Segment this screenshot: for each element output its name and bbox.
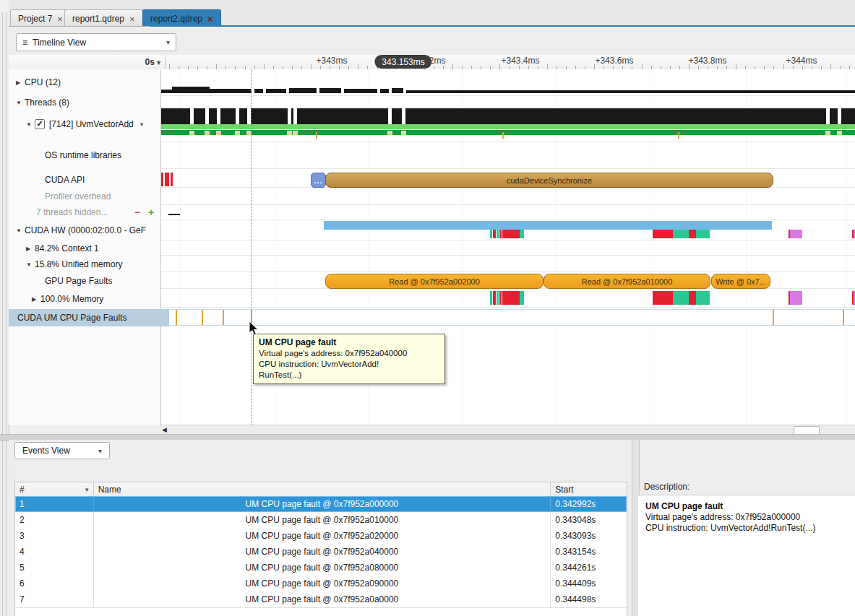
sidebar-item-7142-uvmvectoradd[interactable]: ▼✓[7142] UvmVectorAdd▾ xyxy=(9,117,178,131)
table-row[interactable]: 2UM CPU page fault @ 0x7f952a0100000.343… xyxy=(15,512,627,529)
sidebar-item-100-0-memory[interactable]: ▶100.0% Memory xyxy=(9,292,184,306)
chevron-expanded-icon[interactable]: ▼ xyxy=(16,100,25,106)
view-selector-dropdown[interactable]: ≡ Timeline View ▾ xyxy=(16,33,176,51)
mem-transfer-segment[interactable] xyxy=(790,291,802,305)
chevron-down-icon[interactable]: ▾ xyxy=(140,121,144,128)
mem-transfer-segment[interactable] xyxy=(673,291,689,305)
close-icon[interactable]: × xyxy=(207,14,213,24)
chevron-collapsed-icon[interactable]: ▶ xyxy=(32,296,40,303)
um-page-fault-tick[interactable] xyxy=(202,310,203,325)
um-page-fault-tick[interactable] xyxy=(773,310,774,325)
sidebar-item-os-runtime-libraries[interactable]: OS runtime libraries xyxy=(9,148,197,162)
sidebar-item-gpu-page-faults[interactable]: GPU Page Faults xyxy=(9,274,197,288)
mem-transfer-segment[interactable] xyxy=(493,291,496,305)
cuda-api-collapsed-chip[interactable]: ... xyxy=(311,173,326,188)
sidebar-item-15-8-unified-memory[interactable]: ▼15.8% Unified memory xyxy=(9,257,178,272)
events-view-dropdown[interactable]: Events View ▾ xyxy=(14,442,110,459)
sidebar-item-cuda-api[interactable]: CUDA API xyxy=(9,173,197,187)
timeline-hscrollbar[interactable]: ◀ xyxy=(160,425,855,435)
thread-state-bar[interactable] xyxy=(160,108,855,124)
tab-report1[interactable]: report1.qdrep × xyxy=(64,9,143,27)
cell-name: UM CPU page fault @ 0x7f952a040000 xyxy=(94,544,551,560)
close-icon[interactable]: × xyxy=(57,14,63,24)
thread-wait-mark xyxy=(287,131,292,135)
sidebar-item-cuda-um-cpu-page-faults[interactable]: CUDA UM CPU Page Faults xyxy=(9,309,169,326)
chevron-expanded-icon[interactable]: ▼ xyxy=(26,121,35,128)
mem-transfer-segment[interactable] xyxy=(520,230,524,238)
mem-transfer-segment[interactable] xyxy=(653,291,673,305)
timeline-ruler[interactable]: 0s ▾ +343ms+343.2ms+343.4ms+343.6ms+343.… xyxy=(9,55,855,70)
mem-transfer-segment[interactable] xyxy=(696,291,710,305)
cuda-hw-kernel-range[interactable] xyxy=(324,221,772,230)
mem-transfer-segment[interactable] xyxy=(502,230,520,238)
sidebar-item-label: [7142] UvmVectorAdd xyxy=(49,119,134,129)
sidebar-item-label: GPU Page Faults xyxy=(45,276,112,286)
cpu-usage-area xyxy=(344,89,377,93)
mem-transfer-segment[interactable] xyxy=(499,291,502,305)
sidebar-item-threads-8[interactable]: ▼Threads (8) xyxy=(9,95,168,110)
table-row[interactable]: 6UM CPU page fault @ 0x7f952a0900000.344… xyxy=(15,576,627,592)
mem-transfer-segment[interactable] xyxy=(696,230,710,238)
row-expand-icon[interactable]: + xyxy=(148,207,154,218)
cell-start: 0.343048s xyxy=(551,512,627,528)
thread-state-gap xyxy=(205,108,209,124)
column-header-start[interactable]: Start xyxy=(551,482,627,496)
mem-transfer-segment[interactable] xyxy=(490,291,492,305)
sidebar-item-profiler-overhead[interactable]: Profiler overhead xyxy=(9,189,197,204)
cpu-usage-area xyxy=(406,90,855,93)
mem-transfer-segment[interactable] xyxy=(490,230,492,238)
mem-transfer-segment[interactable] xyxy=(497,230,499,238)
table-row[interactable]: 5UM CPU page fault @ 0x7f952a0800000.344… xyxy=(15,560,627,576)
mem-transfer-segment[interactable] xyxy=(790,230,802,238)
ruler-origin-label: 0s xyxy=(145,57,155,67)
gpu-page-fault-range[interactable]: Read @ 0x7f952a010000 xyxy=(543,274,710,289)
tooltip-line: RunTest(...) xyxy=(259,370,301,379)
table-row[interactable]: 7UM CPU page fault @ 0x7f952a0a00000.344… xyxy=(15,591,627,608)
mem-transfer-segment[interactable] xyxy=(689,291,696,305)
chevron-collapsed-icon[interactable]: ▶ xyxy=(26,246,35,252)
chevron-expanded-icon[interactable]: ▼ xyxy=(26,261,35,268)
description-title: UM CPU page fault xyxy=(645,501,723,511)
gpu-page-fault-range[interactable]: Read @ 0x7f952a002000 xyxy=(325,274,543,289)
checkbox-checked[interactable]: ✓ xyxy=(35,119,45,129)
um-page-fault-tick[interactable] xyxy=(843,310,844,325)
cell-start: 0.344409s xyxy=(551,576,627,591)
mem-transfer-segment[interactable] xyxy=(520,291,524,305)
cpu-usage-area xyxy=(380,89,389,93)
column-header-name[interactable]: Name xyxy=(94,482,551,496)
gpu-page-fault-range[interactable]: Write @ 0x7... xyxy=(711,274,770,289)
um-page-fault-tick[interactable] xyxy=(223,310,224,325)
description-line: CPU instruction: UvmVectorAdd!RunTest(..… xyxy=(645,523,815,533)
cpu-usage-area xyxy=(289,88,317,93)
os-runtime-tick xyxy=(678,132,679,139)
ruler-origin-dropdown[interactable]: 0s ▾ xyxy=(9,55,166,69)
sidebar-item-7-threads-hidden[interactable]: 7 threads hidden...−+ xyxy=(9,205,188,220)
table-row[interactable]: 1UM CPU page fault @ 0x7f952a0000000.342… xyxy=(15,496,627,513)
sidebar-item-label: Threads (8) xyxy=(25,97,69,108)
close-icon[interactable]: × xyxy=(129,14,135,24)
cuda-api-range[interactable]: cudaDeviceSynchronize xyxy=(325,173,773,188)
row-shrink-icon[interactable]: − xyxy=(134,207,140,218)
minor-tick xyxy=(736,64,736,69)
um-page-fault-tick[interactable] xyxy=(176,310,177,325)
table-row[interactable]: 3UM CPU page fault @ 0x7f952a0200000.343… xyxy=(15,528,627,545)
mem-transfer-segment[interactable] xyxy=(497,291,499,305)
chevron-expanded-icon[interactable]: ▼ xyxy=(16,227,25,234)
sidebar-item-cuda-hw-0000-02-00-0-gef[interactable]: ▼CUDA HW (0000:02:00.0 - GeF xyxy=(9,223,168,238)
row-separator xyxy=(160,271,855,272)
row-separator xyxy=(160,204,855,205)
mem-transfer-segment[interactable] xyxy=(499,230,502,238)
chevron-collapsed-icon[interactable]: ▶ xyxy=(16,79,25,86)
mem-transfer-segment[interactable] xyxy=(653,230,673,238)
timeline-marker-badge: 343.153ms xyxy=(374,55,431,69)
sidebar-item-cpu-12[interactable]: ▶CPU (12) xyxy=(9,75,168,90)
mem-transfer-segment[interactable] xyxy=(493,230,496,238)
scroll-left-icon[interactable]: ◀ xyxy=(162,426,167,433)
mem-transfer-segment[interactable] xyxy=(689,230,696,238)
mem-transfer-segment[interactable] xyxy=(502,291,520,305)
tab-project[interactable]: Project 7 × xyxy=(10,9,71,27)
column-header-num[interactable]: # ▾ xyxy=(15,482,94,496)
mem-transfer-segment[interactable] xyxy=(673,230,689,238)
sidebar-item-84-2-context-1[interactable]: ▶84.2% Context 1 xyxy=(9,241,178,256)
table-row[interactable]: 4UM CPU page fault @ 0x7f952a0400000.343… xyxy=(15,544,627,560)
